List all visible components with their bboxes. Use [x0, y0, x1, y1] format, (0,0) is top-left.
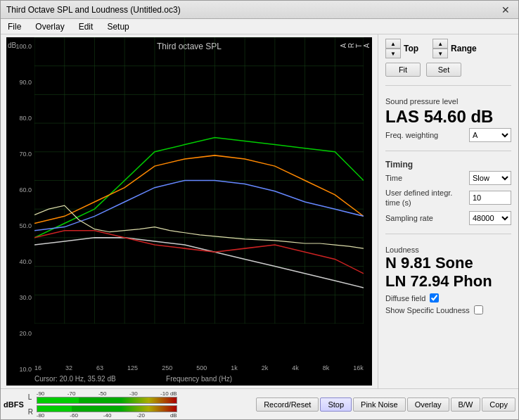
y-label-2: 80.0 [8, 115, 33, 122]
level-meter-container: L -90 -70 -50 -30 -10 dB R [28, 390, 177, 419]
timing-title: Timing [385, 160, 511, 170]
y-label-3: 70.0 [8, 151, 33, 158]
y-label-6: 40.0 [8, 258, 33, 265]
loudness-ln-value: LN 72.94 Phon [385, 272, 511, 291]
tick-R-1: -60 [70, 412, 78, 419]
x-label-7: 2k [262, 364, 269, 371]
tick-L-4: -10 dB [160, 390, 177, 397]
nav-up-top[interactable]: ▲ [385, 39, 401, 49]
fit-button[interactable]: Fit [385, 63, 421, 77]
close-button[interactable]: ✕ [499, 4, 513, 15]
x-label-5: 500 [196, 364, 207, 371]
nav-group-range: ▲ ▼ Range [432, 39, 477, 58]
main-window: Third Octave SPL and Loudness (Untitled.… [0, 0, 519, 420]
x-label-2: 63 [96, 364, 103, 371]
sampling-rate-select[interactable]: 48000 44100 [469, 211, 511, 225]
x-label-9: 8k [323, 364, 330, 371]
tick-L-2: -50 [98, 390, 107, 397]
spl-section: Sound pressure level LAS 54.60 dB Freq. … [385, 94, 511, 142]
y-axis: 100.0 90.0 80.0 70.0 60.0 50.0 40.0 30.0… [6, 37, 34, 386]
sidebar: ▲ ▼ Top ▲ ▼ Range Fit Set [378, 34, 518, 388]
tick-L-0: -90 [37, 390, 45, 397]
top-label: Top [404, 44, 418, 53]
sampling-rate-row: Sampling rate 48000 44100 [385, 211, 511, 225]
level-bar-R [37, 405, 177, 412]
y-label-7: 30.0 [8, 294, 33, 301]
record-reset-button[interactable]: Record/Reset [256, 397, 319, 412]
spl-value: LAS 54.60 dB [385, 107, 511, 127]
chart-svg [34, 37, 364, 324]
bottom-buttons: Record/Reset Stop Pink Noise Overlay B/W… [256, 397, 515, 412]
level-fill-L [37, 397, 79, 403]
menu-bar: File Overlay Edit Setup [1, 19, 518, 34]
y-label-8: 20.0 [8, 330, 33, 337]
nav-pair-range: ▲ ▼ [432, 39, 448, 58]
x-label-8: 4k [292, 364, 299, 371]
show-specific-checkbox[interactable] [474, 305, 483, 314]
x-label-1: 32 [65, 364, 72, 371]
y-label-4: 60.0 [8, 186, 33, 193]
time-select[interactable]: Slow Fast [469, 171, 511, 185]
dBFS-label: dBFS [4, 400, 24, 409]
x-axis: 16 32 63 125 250 500 1k 2k 4k 8k 16k [34, 364, 364, 371]
nav-up-range[interactable]: ▲ [432, 39, 448, 49]
nav-down-range[interactable]: ▼ [432, 49, 448, 58]
tick-L-3: -30 [129, 390, 138, 397]
x-label-10: 16k [353, 364, 364, 371]
tick-R-0: -80 [37, 412, 45, 419]
stop-button[interactable]: Stop [320, 397, 352, 412]
user-integr-input[interactable] [469, 191, 511, 205]
tick-R-3: -20 [136, 412, 145, 419]
sidebar-nav-top: ▲ ▼ Top ▲ ▼ Range [385, 39, 511, 58]
set-button[interactable]: Set [426, 63, 461, 77]
user-integr-label: User defined integr. time (s) [385, 188, 456, 208]
menu-file[interactable]: File [4, 21, 25, 32]
timing-section: Timing Time Slow Fast User defined integ… [385, 160, 511, 225]
freq-weighting-select[interactable]: A C Z [469, 128, 511, 142]
user-integr-row: User defined integr. time (s) [385, 188, 511, 208]
pink-noise-button[interactable]: Pink Noise [353, 397, 406, 412]
tick-L-1: -70 [68, 390, 76, 397]
main-content: dB Third octave SPL ARTA 100.0 90.0 80.0… [1, 34, 518, 388]
x-label-4: 250 [162, 364, 172, 371]
menu-edit[interactable]: Edit [75, 21, 98, 32]
menu-setup[interactable]: Setup [103, 21, 133, 32]
bottom-bar: dBFS L -90 -70 -50 -30 -10 dB [1, 388, 518, 419]
fit-set-row: Fit Set [385, 63, 511, 77]
level-meter-row-R: R -80 -60 -40 -20 dB [28, 405, 177, 419]
divider-1 [385, 85, 511, 86]
divider-3 [385, 234, 511, 234]
y-label-5: 50.0 [8, 222, 33, 229]
time-label: Time [385, 174, 402, 182]
chart-area: dB Third octave SPL ARTA 100.0 90.0 80.0… [1, 34, 378, 388]
level-meter-row-L: L -90 -70 -50 -30 -10 dB [28, 390, 177, 404]
menu-overlay[interactable]: Overlay [31, 21, 68, 32]
tick-R-2: -40 [103, 412, 112, 419]
x-label-6: 1k [231, 364, 238, 371]
y-label-9: 10.0 [8, 366, 33, 373]
freq-weighting-row: Freq. weighting A C Z [385, 128, 511, 142]
diffuse-field-row: Diffuse field [385, 293, 511, 303]
y-label-0: 100.0 [8, 43, 33, 50]
bw-button[interactable]: B/W [451, 397, 481, 412]
time-row: Time Slow Fast [385, 171, 511, 185]
nav-down-top[interactable]: ▼ [385, 49, 401, 58]
nav-pair-top: ▲ ▼ [385, 39, 401, 58]
y-label-1: 90.0 [8, 79, 33, 86]
range-label: Range [451, 44, 477, 53]
copy-button[interactable]: Copy [482, 397, 515, 412]
title-bar: Third Octave SPL and Loudness (Untitled.… [1, 1, 518, 19]
level-ticks-R: -80 -60 -40 -20 dB [37, 412, 177, 419]
loudness-n-value: N 9.81 Sone [385, 254, 511, 272]
level-fill-R [37, 406, 72, 412]
x-axis-title: Frequency band (Hz) [34, 375, 364, 383]
loudness-section-label: Loudness [385, 246, 511, 254]
show-specific-label: Show Specific Loudness [385, 306, 470, 314]
tick-R-4: dB [170, 412, 177, 419]
sampling-rate-label: Sampling rate [385, 214, 433, 222]
overlay-button[interactable]: Overlay [407, 397, 449, 412]
diffuse-field-checkbox[interactable] [430, 293, 439, 303]
channel-R-label: R [28, 408, 35, 416]
level-bar-L [37, 397, 177, 404]
show-specific-row: Show Specific Loudness [385, 305, 511, 314]
